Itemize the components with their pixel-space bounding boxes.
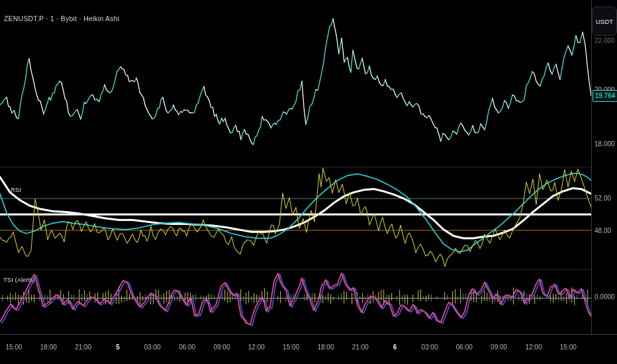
axis-price-label: 0.0000 [594, 293, 615, 300]
time-label: 21:00 [352, 343, 369, 351]
time-label: 15:00 [283, 343, 299, 351]
axis-price-label: 18.000 [594, 140, 615, 148]
price-axis[interactable]: 22.00020.00018.00052.0048.000.000019.764 [591, 0, 617, 334]
time-label: 5 [116, 343, 120, 351]
time-label: 21:00 [75, 343, 91, 351]
time-label: 09:00 [491, 343, 507, 351]
last-price-badge: 19.764 [593, 90, 617, 102]
currency-button[interactable]: USDT [592, 7, 617, 36]
axis-price-label: 52.00 [594, 195, 611, 202]
time-label: 03:00 [144, 343, 161, 351]
time-label: 18:00 [317, 343, 334, 351]
time-label: 12:00 [248, 343, 265, 351]
time-label: 06:00 [456, 343, 473, 351]
time-label: 09:00 [213, 343, 230, 351]
time-label: 18:00 [40, 343, 57, 351]
axis-price-label: 48.00 [594, 227, 611, 234]
time-label: 15:00 [5, 343, 22, 351]
time-label: 03:00 [421, 343, 438, 351]
time-label: 06:00 [179, 343, 195, 351]
rsi-indicator-label[interactable]: RSI [11, 186, 21, 193]
time-label: 6 [393, 343, 397, 351]
chart-canvas[interactable] [0, 0, 617, 364]
axis-price-label: 22.000 [594, 37, 615, 44]
time-label: 12:00 [525, 343, 542, 351]
chart-root: { "header": { "symbol_title": "ZENUSDT.P… [0, 0, 617, 364]
time-label: 15:00 [560, 343, 577, 351]
tsi-indicator-label[interactable]: TSI (Alerts) [3, 276, 35, 283]
symbol-title[interactable]: ZENUSDT.P · 1 · Bybit · Heikin Ashi [4, 15, 119, 23]
time-axis[interactable]: 15:0018:0021:00503:0006:0009:0012:0015:0… [0, 334, 617, 364]
